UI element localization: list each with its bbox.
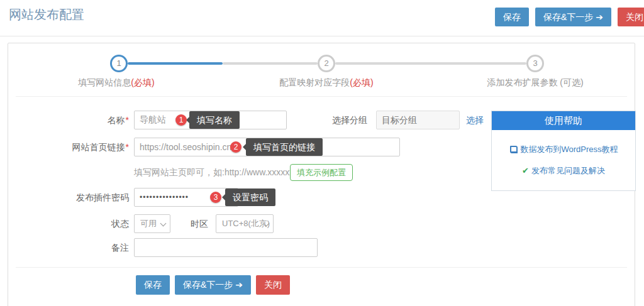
step-connector-1-rest	[223, 62, 318, 65]
page-title: 网站发布配置	[9, 6, 84, 23]
save-next-button-bottom[interactable]: 保存&下一步 ➔	[175, 275, 251, 295]
step-label-1-text: 填写网站信息	[78, 77, 131, 87]
step-connector-2	[335, 62, 526, 65]
help-panel-body: 数据发布到WordPress教程 ✔发布常见问题及解决	[492, 130, 635, 190]
group-label: 选择分组	[299, 111, 367, 129]
footer-divider	[16, 267, 627, 268]
help-panel-title: 使用帮助	[492, 111, 635, 130]
step-label-2: 配置映射对应字段(必填)	[279, 77, 373, 89]
footer-actions: 保存 保存&下一步 ➔ 关闭	[136, 275, 290, 295]
book-icon	[509, 145, 520, 154]
save-next-button[interactable]: 保存&下一步 ➔	[535, 8, 611, 26]
note-input[interactable]	[134, 238, 318, 257]
step-label-3: 添加发布扩展参数 (可选)	[487, 77, 583, 89]
step-badge-2: 2	[230, 141, 242, 153]
timezone-select[interactable]: UTC+8(北京)	[216, 214, 274, 233]
step-label-2-text: 配置映射对应字段	[279, 77, 350, 87]
check-icon: ✔	[522, 166, 529, 175]
note-row: 备注	[8, 238, 635, 257]
close-button-bottom[interactable]: 关闭	[256, 275, 290, 295]
step-label-1: 填写网站信息(必填)	[78, 77, 154, 89]
wordpress-tutorial-link-text: 数据发布到WordPress教程	[520, 145, 618, 154]
url-hint-text: 填写网站主页即可，如:http://www.xxxxxx.com	[134, 163, 313, 181]
status-row: 状态 可用 时区 UTC+8(北京)	[8, 214, 635, 233]
faq-link[interactable]: ✔发布常见问题及解决	[492, 165, 635, 177]
name-tooltip: 填写名称	[189, 111, 240, 129]
note-label: 备注	[8, 238, 129, 257]
website-publish-config-page: 网站发布配置 保存 保存&下一步 ➔ 关闭 1 2 3 填写网站信息(必填) 配…	[0, 0, 644, 306]
header-divider	[0, 36, 644, 36]
name-label: 名称*	[8, 111, 129, 129]
url-label: 网站首页链接*	[8, 138, 129, 156]
faq-link-text: 发布常见问题及解决	[531, 166, 605, 175]
step-label-1-required: (必填)	[131, 77, 154, 87]
password-label: 发布插件密码	[8, 188, 129, 207]
step-badge-3: 3	[210, 192, 221, 203]
step-connector-1-active	[128, 62, 223, 65]
step-badge-1: 1	[175, 114, 187, 126]
step-label-2-required: (必填)	[350, 77, 373, 87]
step-circle-3: 3	[526, 55, 544, 72]
help-panel: 使用帮助 数据发布到WordPress教程 ✔发布常见问题及解决	[491, 111, 636, 191]
step-number-2: 2	[324, 58, 328, 68]
step-number-1: 1	[116, 58, 121, 68]
main-panel: 1 2 3 填写网站信息(必填) 配置映射对应字段(必填) 添加发布扩展参数 (…	[8, 43, 635, 306]
save-button[interactable]: 保存	[495, 8, 529, 26]
step-circle-2: 2	[318, 55, 335, 72]
timezone-label: 时区	[153, 214, 208, 233]
stepper-divider	[16, 96, 627, 97]
fill-sample-config-button[interactable]: 填充示例配置	[290, 164, 353, 181]
step-label-3-text: 添加发布扩展参数 (可选)	[487, 77, 583, 87]
group-input	[376, 111, 460, 129]
close-button[interactable]: 关闭	[618, 8, 644, 26]
url-tooltip: 填写首页的链接	[246, 138, 323, 156]
header-actions: 保存 保存&下一步 ➔ 关闭	[495, 8, 644, 26]
password-tooltip: 设置密码	[225, 189, 275, 206]
group-select-link[interactable]: 选择	[466, 111, 484, 129]
status-label: 状态	[8, 214, 129, 233]
save-button-bottom[interactable]: 保存	[136, 275, 170, 295]
wordpress-tutorial-link[interactable]: 数据发布到WordPress教程	[492, 144, 635, 155]
step-number-3: 3	[533, 58, 537, 68]
step-circle-1: 1	[110, 55, 128, 72]
